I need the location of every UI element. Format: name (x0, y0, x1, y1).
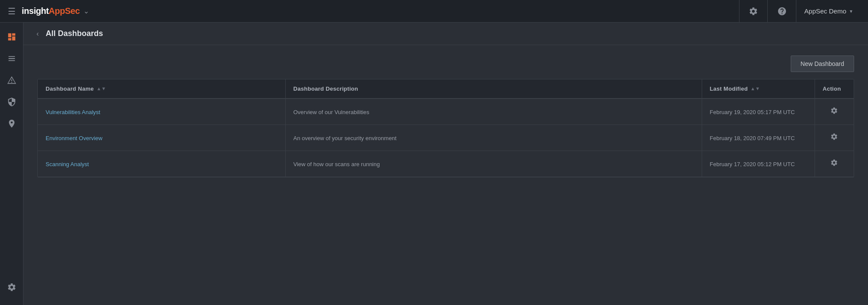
toolbar: New Dashboard (37, 56, 854, 72)
table-row: Vulnerabilities AnalystOverview of our V… (38, 98, 854, 125)
cell-last-modified: February 18, 2020 07:49 PM UTC (702, 125, 815, 151)
sidebar-item-dashboard[interactable] (0, 26, 23, 48)
cell-last-modified: February 17, 2020 05:12 PM UTC (702, 151, 815, 177)
last-modified-text: February 17, 2020 05:12 PM UTC (710, 161, 795, 167)
cell-action (815, 98, 854, 125)
action-gear-button[interactable] (827, 157, 842, 171)
sidebar-item-settings[interactable] (0, 276, 23, 298)
cell-action (815, 125, 854, 151)
dashboard-description-text: View of how our scans are running (294, 161, 380, 167)
back-button[interactable]: ‹ (34, 28, 41, 39)
user-name: AppSec Demo (804, 7, 846, 15)
cell-dashboard-description: Overview of our Vulnerabilities (285, 98, 702, 125)
main-content: ‹ All Dashboards New Dashboard Dashboard… (23, 23, 868, 305)
cell-dashboard-name: Environment Overview (38, 125, 285, 151)
last-modified-text: February 18, 2020 07:49 PM UTC (710, 135, 795, 141)
main-layout: ‹ All Dashboards New Dashboard Dashboard… (0, 23, 868, 305)
cell-dashboard-name: Vulnerabilities Analyst (38, 98, 285, 125)
dashboard-icon (7, 32, 17, 42)
cell-action (815, 151, 854, 177)
gear-action-icon (830, 159, 838, 167)
action-gear-button[interactable] (827, 105, 842, 118)
col-header-last-modified[interactable]: Last Modified ▲▼ (702, 79, 815, 98)
page-title: All Dashboards (46, 29, 103, 38)
dashboard-name-link[interactable]: Vulnerabilities Analyst (46, 109, 100, 115)
table-header-row: Dashboard Name ▲▼ Dashboard Description … (38, 79, 854, 98)
dashboard-table: Dashboard Name ▲▼ Dashboard Description … (38, 79, 854, 177)
dashboard-description-text: Overview of our Vulnerabilities (294, 109, 370, 115)
cell-dashboard-description: View of how our scans are running (285, 151, 702, 177)
col-header-name[interactable]: Dashboard Name ▲▼ (38, 79, 285, 98)
dashboard-name-link[interactable]: Environment Overview (46, 135, 102, 141)
logo-expand-icon[interactable]: ⌄ (83, 7, 89, 15)
breadcrumb-bar: ‹ All Dashboards (23, 23, 868, 45)
top-nav: ☰ insightAppSec ⌄ AppSec Demo ▾ (0, 0, 868, 23)
settings-nav-button[interactable] (739, 0, 768, 23)
page-content: New Dashboard Dashboard Name ▲▼ (23, 45, 868, 305)
dashboard-name-link[interactable]: Scanning Analyst (46, 161, 89, 167)
logo-text: insightAppSec (22, 6, 80, 16)
gear-action-icon (830, 133, 838, 141)
top-nav-right: AppSec Demo ▾ (739, 0, 860, 23)
hamburger-icon[interactable]: ☰ (8, 6, 16, 16)
last-modified-text: February 19, 2020 05:17 PM UTC (710, 109, 795, 115)
dashboard-table-container: Dashboard Name ▲▼ Dashboard Description … (37, 79, 854, 177)
logo-insight: insight (22, 6, 49, 16)
sidebar-item-vulnerabilities[interactable] (0, 69, 23, 91)
help-icon (777, 7, 787, 16)
action-gear-button[interactable] (827, 131, 842, 144)
discovery-icon (7, 119, 17, 128)
cell-dashboard-description: An overview of your security environment (285, 125, 702, 151)
sort-icon-name: ▲▼ (96, 87, 106, 91)
table-row: Scanning AnalystView of how our scans ar… (38, 151, 854, 177)
user-menu-button[interactable]: AppSec Demo ▾ (796, 0, 860, 23)
threats-icon (7, 97, 17, 107)
new-dashboard-button[interactable]: New Dashboard (791, 56, 854, 72)
logo-appsec: AppSec (49, 6, 79, 16)
sort-icon-modified: ▲▼ (750, 87, 760, 91)
gear-action-icon (830, 107, 838, 115)
settings-sidebar-icon (7, 282, 17, 292)
help-nav-button[interactable] (768, 0, 796, 23)
sidebar-item-threats[interactable] (0, 91, 23, 113)
user-chevron-icon: ▾ (850, 8, 852, 14)
logo: insightAppSec ⌄ (22, 6, 89, 16)
col-header-description: Dashboard Description (285, 79, 702, 98)
table-body: Vulnerabilities AnalystOverview of our V… (38, 98, 854, 177)
vulnerabilities-icon (7, 75, 17, 85)
sidebar (0, 23, 23, 305)
sidebar-item-modules[interactable] (0, 48, 23, 69)
modules-icon (7, 54, 17, 63)
cell-dashboard-name: Scanning Analyst (38, 151, 285, 177)
table-header: Dashboard Name ▲▼ Dashboard Description … (38, 79, 854, 98)
top-nav-left: ☰ insightAppSec ⌄ (8, 6, 89, 16)
sidebar-item-discovery[interactable] (0, 113, 23, 134)
dashboard-description-text: An overview of your security environment (294, 135, 397, 141)
gear-icon (749, 7, 758, 16)
col-header-action: Action (815, 79, 854, 98)
table-row: Environment OverviewAn overview of your … (38, 125, 854, 151)
cell-last-modified: February 19, 2020 05:17 PM UTC (702, 98, 815, 125)
